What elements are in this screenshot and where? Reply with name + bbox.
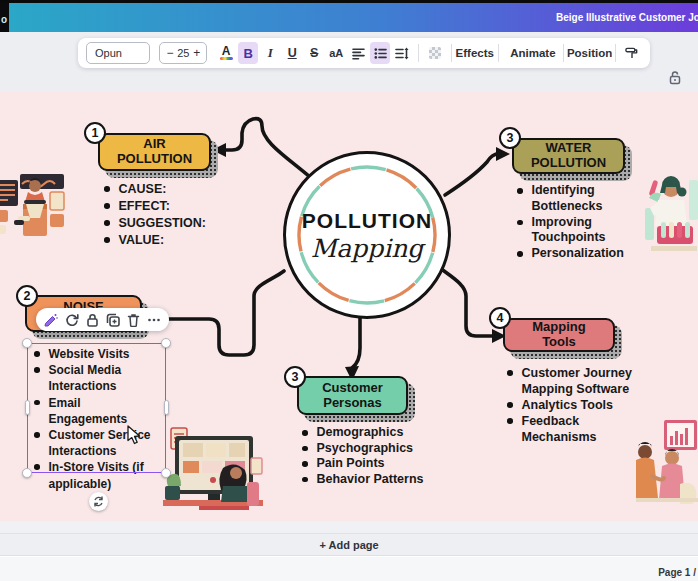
node-title: Mapping Tools <box>524 320 594 350</box>
selection-handle-bottom-right[interactable] <box>161 468 171 478</box>
node-number-badge[interactable]: 3 <box>284 366 306 388</box>
bulleted-list-button[interactable] <box>370 42 390 64</box>
more-button[interactable] <box>147 313 161 327</box>
node-title: AIR POLLUTION <box>105 137 205 167</box>
delete-button[interactable] <box>127 313 140 327</box>
letter-case-button[interactable]: aA <box>326 42 346 64</box>
node-number-badge[interactable]: 2 <box>16 285 38 307</box>
document-title: Beige Illustrative Customer Journe <box>556 12 698 23</box>
more-dots-icon <box>147 313 161 327</box>
bullet-item: Demographics <box>302 425 442 441</box>
rotate-arrow-icon <box>65 313 79 327</box>
bullet-item: Customer Journey Mapping Software <box>507 365 635 397</box>
bullet-item: Behavior Patterns <box>302 472 442 488</box>
selection-handle-top-right[interactable] <box>161 338 171 348</box>
font-family-value: Opun <box>95 47 122 59</box>
mapping-tools-list[interactable]: Customer Journey Mapping Software Analyt… <box>507 365 635 445</box>
format-roller-icon <box>625 46 639 61</box>
bullet-item: Improving Touchpoints <box>517 215 631 247</box>
node-number-badge[interactable]: 4 <box>489 307 511 329</box>
bullet-item: CAUSE: <box>104 181 234 198</box>
divider <box>563 44 564 62</box>
selection-handle-bottom-left[interactable] <box>22 468 32 478</box>
italic-button[interactable]: I <box>260 42 280 64</box>
toolbar-band: Opun − 25 + A B I U S aA <box>0 32 698 92</box>
water-pollution-list[interactable]: Identifying Bottlenecks Improving Touchp… <box>517 183 631 262</box>
font-size-stepper[interactable]: − 25 + <box>159 42 207 64</box>
node-title: Customer Personas <box>308 381 398 411</box>
node-title: WATER POLLUTION <box>519 141 619 171</box>
illustration-scientist-with-test-tubes[interactable] <box>645 170 698 256</box>
text-toolbar: Opun − 25 + A B I U S aA <box>78 38 650 68</box>
bullet-item: Pain Points <box>302 456 442 472</box>
rotate-handle[interactable] <box>89 492 108 511</box>
node-number-badge[interactable]: 3 <box>499 127 521 149</box>
text-color-button[interactable]: A <box>216 42 236 64</box>
mouse-cursor <box>127 425 142 445</box>
node-number-badge[interactable]: 1 <box>84 122 106 144</box>
alignment-button[interactable] <box>348 42 368 64</box>
font-family-select[interactable]: Opun <box>86 42 150 64</box>
font-size-decrease-button[interactable]: − <box>166 47 173 59</box>
position-button[interactable]: Position <box>570 42 609 64</box>
strikethrough-button[interactable]: S <box>304 42 324 64</box>
font-size-increase-button[interactable]: + <box>193 47 200 59</box>
bullet-item: Psychographics <box>302 441 442 457</box>
illustration-man-with-laptop-dashboards[interactable] <box>0 172 68 238</box>
animate-label: Animate <box>510 47 555 59</box>
node-water-pollution[interactable]: WATER POLLUTION <box>512 138 625 174</box>
format-roller-button[interactable] <box>622 42 642 64</box>
divider <box>451 44 452 62</box>
rotate-button[interactable] <box>65 313 79 327</box>
trash-icon <box>127 313 140 327</box>
connector-personas <box>352 314 360 368</box>
selection-box[interactable] <box>27 343 166 473</box>
selection-handle-right[interactable] <box>164 400 169 415</box>
illustration-woman-at-desk-monitor[interactable] <box>163 420 263 512</box>
titlebar: o Beige Illustrative Customer Journe <box>0 0 698 32</box>
add-page-label: + Add page <box>319 539 378 551</box>
connector-water <box>445 154 498 195</box>
lock-button[interactable] <box>86 313 99 327</box>
arrowhead-water <box>496 147 510 161</box>
line-spacing-icon <box>395 47 409 60</box>
center-node-pollution-mapping[interactable]: POLLUTION Mapping <box>283 151 451 319</box>
text-color-icon: A <box>222 46 231 57</box>
page-indicator: Page 1 / <box>658 567 696 578</box>
transparency-button[interactable] <box>425 42 445 64</box>
animate-button[interactable]: Animate <box>505 42 558 64</box>
node-mapping-tools[interactable]: Mapping Tools <box>503 318 615 352</box>
effects-button[interactable]: Effects <box>458 42 492 64</box>
bullet-item: SUGGESTION: <box>104 215 234 232</box>
node-customer-personas[interactable]: Customer Personas <box>297 376 408 415</box>
bottom-strip: Page 1 / <box>0 557 698 581</box>
rotate-icon <box>93 496 104 507</box>
lock-icon[interactable] <box>668 70 682 89</box>
font-size-value: 25 <box>177 47 189 59</box>
underline-button[interactable]: U <box>282 42 302 64</box>
duplicate-icon <box>106 313 120 327</box>
magic-edit-icon <box>44 313 58 327</box>
line-spacing-button[interactable] <box>392 42 412 64</box>
illustration-two-people-with-chart[interactable] <box>636 418 698 510</box>
bullet-item: Identifying Bottlenecks <box>517 183 631 215</box>
design-canvas[interactable]: POLLUTION Mapping AIR POLLUTION 1 CAUSE:… <box>0 92 698 521</box>
divider <box>418 44 419 62</box>
bulleted-list-icon <box>374 47 387 60</box>
node-air-pollution[interactable]: AIR POLLUTION <box>98 133 211 171</box>
selection-handle-top-left[interactable] <box>22 338 32 348</box>
lock-icon <box>86 313 99 327</box>
duplicate-button[interactable] <box>106 313 120 327</box>
add-page-button[interactable]: + Add page <box>0 533 698 556</box>
air-pollution-list[interactable]: CAUSE: EFFECT: SUGGESTION: VALUE: <box>104 181 234 249</box>
customer-personas-list[interactable]: Demographics Psychographics Pain Points … <box>302 425 442 487</box>
divider <box>615 44 616 62</box>
magic-edit-button[interactable] <box>44 313 58 327</box>
selection-handle-left[interactable] <box>25 400 30 415</box>
bullet-item: Personalization <box>517 246 631 262</box>
center-subtitle: Mapping <box>311 234 424 263</box>
center-title: POLLUTION <box>302 209 432 233</box>
clipped-left-text: o <box>1 14 7 25</box>
bold-button[interactable]: B <box>238 42 258 64</box>
bullet-item: Feedback Mechanisms <box>507 413 635 445</box>
